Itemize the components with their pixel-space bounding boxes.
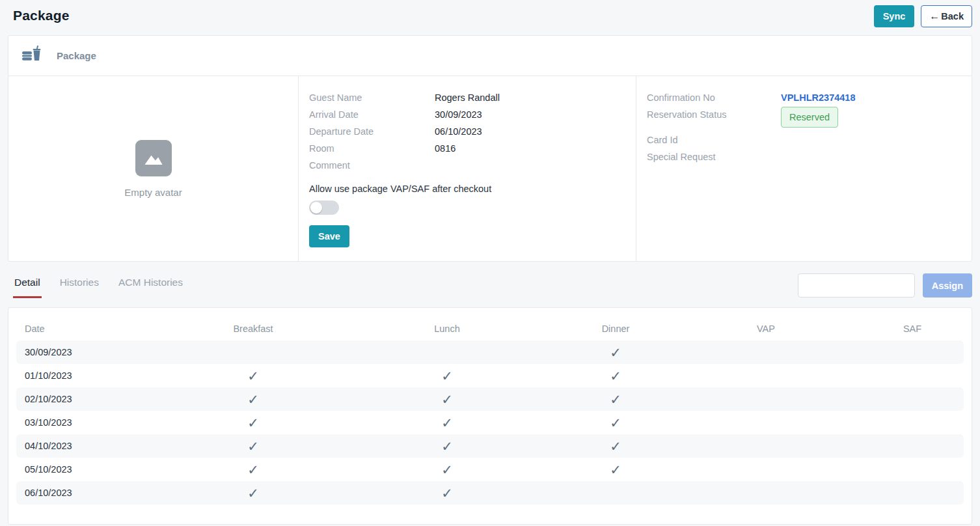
special-request-row: Special Request xyxy=(647,148,961,165)
card-id-label: Card Id xyxy=(647,132,781,148)
table-header-row: Date Breakfast Lunch Dinner VAP SAF xyxy=(16,317,964,340)
comment-row: Comment xyxy=(309,157,625,174)
tabs-bar: Detail Histories ACM Histories Assign xyxy=(8,273,972,298)
package-page: Package Sync ←Back Packag xyxy=(0,0,980,526)
assign-button[interactable]: Assign xyxy=(923,273,972,298)
row-date: 30/09/2023 xyxy=(16,347,172,357)
room-value: 0816 xyxy=(435,140,456,157)
package-info-card: Package Empty avatar Guest Name Rogers R… xyxy=(8,35,972,262)
column-header-lunch: Lunch xyxy=(334,324,560,334)
confirmation-no-row: Confirmation No VPLHLR2374418 xyxy=(647,89,961,106)
package-detail-table: Date Breakfast Lunch Dinner VAP SAF 30/0… xyxy=(8,307,972,525)
page-title: Package xyxy=(13,5,70,23)
table-row: 02/10/2023✓✓✓ xyxy=(16,387,964,411)
tabs: Detail Histories ACM Histories xyxy=(8,273,184,298)
arrival-date-label: Arrival Date xyxy=(309,106,435,123)
room-row: Room 0816 xyxy=(309,140,625,157)
row-lunch-check-icon: ✓ xyxy=(334,439,560,453)
confirmation-no-label: Confirmation No xyxy=(647,89,781,106)
row-dinner-check-icon: ✓ xyxy=(560,346,671,359)
special-request-label: Special Request xyxy=(647,148,781,165)
column-header-dinner: Dinner xyxy=(560,324,671,334)
table-row: 01/10/2023✓✓✓ xyxy=(16,364,964,387)
row-dinner-check-icon: ✓ xyxy=(560,393,671,406)
vap-saf-toggle-label: Allow use package VAP/SAF after checkout xyxy=(309,180,625,197)
row-lunch-check-icon: ✓ xyxy=(334,369,560,383)
row-date: 03/10/2023 xyxy=(16,417,172,428)
row-date: 02/10/2023 xyxy=(16,394,172,404)
guest-name-value: Rogers Randall xyxy=(435,89,500,106)
guest-name-row: Guest Name Rogers Randall xyxy=(309,89,625,106)
table-body: 30/09/2023✓01/10/2023✓✓✓02/10/2023✓✓✓03/… xyxy=(16,340,964,505)
toggle-knob xyxy=(310,202,322,214)
sync-button[interactable]: Sync xyxy=(874,5,915,27)
arrival-date-value: 30/09/2023 xyxy=(435,106,482,123)
reservation-section: Confirmation No VPLHLR2374418 Reservatio… xyxy=(636,76,972,261)
package-food-icon xyxy=(21,46,41,66)
row-breakfast-check-icon: ✓ xyxy=(172,416,334,430)
vap-saf-toggle[interactable] xyxy=(309,201,339,215)
guest-section: Guest Name Rogers Randall Arrival Date 3… xyxy=(299,76,636,261)
confirmation-no-link[interactable]: VPLHLR2374418 xyxy=(781,89,855,106)
row-lunch-check-icon: ✓ xyxy=(334,393,560,406)
row-dinner-check-icon: ✓ xyxy=(560,463,671,477)
row-lunch-check-icon: ✓ xyxy=(334,463,560,477)
assign-input[interactable] xyxy=(798,273,915,298)
column-header-date: Date xyxy=(16,324,172,334)
row-dinner-check-icon: ✓ xyxy=(560,439,671,453)
table-row: 04/10/2023✓✓✓ xyxy=(16,434,964,458)
tab-histories[interactable]: Histories xyxy=(59,273,100,298)
row-date: 05/10/2023 xyxy=(16,464,172,475)
back-arrow-icon: ← xyxy=(929,11,940,21)
empty-avatar-image-icon xyxy=(135,140,172,176)
table-row: 30/09/2023✓ xyxy=(16,340,964,364)
top-bar: Package Sync ←Back xyxy=(0,0,980,33)
guest-name-label: Guest Name xyxy=(309,89,435,106)
row-lunch-check-icon: ✓ xyxy=(334,486,560,500)
departure-date-row: Departure Date 06/10/2023 xyxy=(309,123,625,140)
departure-date-value: 06/10/2023 xyxy=(435,123,482,140)
reservation-status-label: Reservation Status xyxy=(647,106,781,123)
table-row: 05/10/2023✓✓✓ xyxy=(16,458,964,481)
comment-label: Comment xyxy=(309,157,435,174)
row-breakfast-check-icon: ✓ xyxy=(172,393,334,406)
card-id-row: Card Id xyxy=(647,132,961,148)
column-header-saf: SAF xyxy=(861,324,964,334)
column-header-vap: VAP xyxy=(671,324,861,334)
row-breakfast-check-icon: ✓ xyxy=(172,439,334,453)
row-date: 04/10/2023 xyxy=(16,441,172,451)
tab-detail[interactable]: Detail xyxy=(13,273,42,298)
back-button[interactable]: ←Back xyxy=(921,5,972,27)
assign-group: Assign xyxy=(798,273,972,298)
row-lunch-check-icon: ✓ xyxy=(334,416,560,430)
row-dinner-check-icon: ✓ xyxy=(560,369,671,383)
row-date: 06/10/2023 xyxy=(16,488,172,498)
departure-date-label: Departure Date xyxy=(309,123,435,140)
column-header-breakfast: Breakfast xyxy=(172,324,334,334)
card-header-label: Package xyxy=(57,50,96,61)
back-button-label: Back xyxy=(941,11,964,21)
reservation-status-row: Reservation Status Reserved xyxy=(647,106,961,128)
row-breakfast-check-icon: ✓ xyxy=(172,486,334,500)
arrival-date-row: Arrival Date 30/09/2023 xyxy=(309,106,625,123)
save-button[interactable]: Save xyxy=(309,225,349,247)
reservation-status-badge: Reserved xyxy=(781,107,838,128)
row-dinner-check-icon: ✓ xyxy=(560,416,671,430)
info-grid: Empty avatar Guest Name Rogers Randall A… xyxy=(8,76,972,261)
avatar-caption: Empty avatar xyxy=(124,187,182,198)
tab-acm-histories[interactable]: ACM Histories xyxy=(117,273,184,298)
row-breakfast-check-icon: ✓ xyxy=(172,369,334,383)
room-label: Room xyxy=(309,140,435,157)
top-actions: Sync ←Back xyxy=(874,5,972,27)
table-row: 06/10/2023✓✓ xyxy=(16,481,964,505)
row-breakfast-check-icon: ✓ xyxy=(172,463,334,477)
avatar-section: Empty avatar xyxy=(8,76,299,261)
card-header: Package xyxy=(8,36,972,76)
table-row: 03/10/2023✓✓✓ xyxy=(16,411,964,434)
row-date: 01/10/2023 xyxy=(16,370,172,381)
